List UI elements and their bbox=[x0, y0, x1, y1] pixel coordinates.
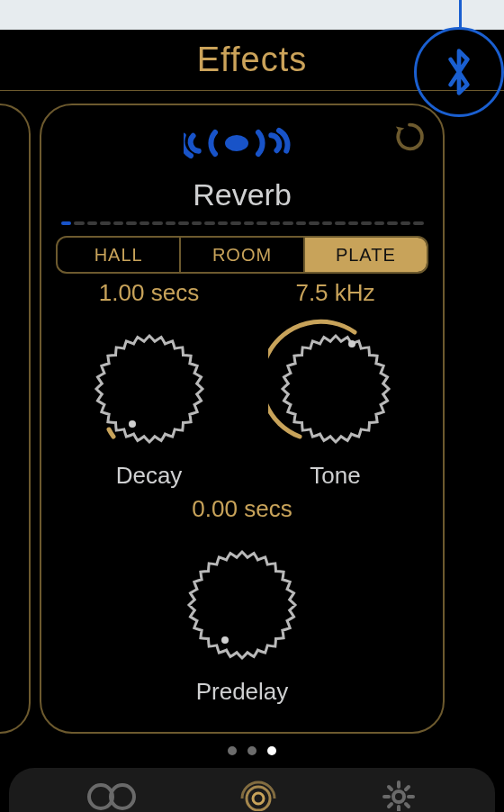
svg-line-13 bbox=[389, 787, 392, 789]
progress-dash bbox=[256, 221, 267, 225]
bluetooth-callout-line bbox=[459, 0, 462, 30]
page-dot[interactable] bbox=[248, 746, 256, 755]
svg-point-2 bbox=[348, 340, 356, 347]
reset-button[interactable] bbox=[392, 120, 427, 154]
prev-card-peek[interactable] bbox=[0, 104, 31, 734]
effect-amount-bar[interactable] bbox=[56, 221, 428, 225]
predelay-value: 0.00 secs bbox=[192, 495, 292, 523]
svg-point-3 bbox=[221, 636, 229, 644]
reverb-type-segmented[interactable]: HALLROOMPLATE bbox=[56, 236, 428, 274]
progress-dash bbox=[74, 221, 85, 225]
effect-card-reverb: Reverb HALLROOMPLATE 1.00 secs Decay bbox=[40, 104, 445, 734]
progress-dash bbox=[61, 221, 72, 225]
progress-dash bbox=[244, 221, 255, 225]
tone-label: Tone bbox=[310, 462, 360, 490]
svg-point-7 bbox=[247, 787, 270, 810]
tab-bar bbox=[9, 768, 495, 812]
progress-dash bbox=[100, 221, 111, 225]
progress-dash bbox=[204, 221, 215, 225]
progress-dash bbox=[87, 221, 98, 225]
progress-dash bbox=[413, 221, 424, 225]
decay-label: Decay bbox=[116, 462, 183, 490]
looper-tab[interactable] bbox=[85, 775, 139, 812]
progress-dash bbox=[218, 221, 229, 225]
progress-dash bbox=[270, 221, 281, 225]
page-title: Effects bbox=[197, 41, 307, 79]
progress-dash bbox=[283, 221, 293, 225]
svg-line-16 bbox=[389, 804, 392, 807]
reverb-type-room[interactable]: ROOM bbox=[181, 238, 304, 272]
header-bar: Effects bbox=[0, 30, 504, 91]
knob-row-bottom: 0.00 secs Predelay bbox=[56, 495, 428, 706]
reverb-type-hall[interactable]: HALL bbox=[58, 238, 181, 272]
decay-value: 1.00 secs bbox=[99, 279, 199, 307]
predelay-label: Predelay bbox=[196, 678, 289, 706]
decay-knob-block: 1.00 secs Decay bbox=[56, 279, 242, 490]
page-dot[interactable] bbox=[267, 746, 276, 755]
svg-line-15 bbox=[406, 787, 409, 789]
tone-knob[interactable] bbox=[268, 312, 403, 456]
bluetooth-icon bbox=[442, 47, 476, 97]
page-dot[interactable] bbox=[228, 746, 237, 755]
document-margin bbox=[0, 0, 504, 30]
progress-dash bbox=[387, 221, 398, 225]
progress-dash bbox=[322, 221, 333, 225]
progress-dash bbox=[230, 221, 241, 225]
progress-dash bbox=[140, 221, 150, 225]
progress-dash bbox=[166, 221, 176, 225]
page-dots[interactable] bbox=[0, 746, 504, 755]
predelay-knob[interactable] bbox=[175, 528, 310, 672]
progress-dash bbox=[309, 221, 320, 225]
progress-dash bbox=[335, 221, 346, 225]
effect-card-header bbox=[56, 120, 428, 168]
progress-dash bbox=[126, 221, 137, 225]
tone-value: 7.5 kHz bbox=[295, 279, 374, 307]
app-root: Effects bbox=[0, 30, 504, 812]
progress-dash bbox=[348, 221, 359, 225]
svg-point-8 bbox=[393, 791, 404, 802]
predelay-knob-block: 0.00 secs Predelay bbox=[149, 495, 336, 706]
progress-dash bbox=[192, 221, 202, 225]
svg-point-1 bbox=[129, 420, 136, 428]
progress-dash bbox=[113, 221, 124, 225]
effect-carousel[interactable]: Reverb HALLROOMPLATE 1.00 secs Decay bbox=[0, 91, 504, 739]
progress-dash bbox=[361, 221, 372, 225]
knob-row-top: 1.00 secs Decay 7.5 kHz bbox=[56, 279, 428, 490]
progress-dash bbox=[400, 221, 411, 225]
tone-knob-block: 7.5 kHz Tone bbox=[242, 279, 428, 490]
wave-icon bbox=[184, 118, 301, 168]
settings-tab[interactable] bbox=[378, 775, 419, 812]
svg-line-14 bbox=[406, 804, 409, 807]
effects-tab[interactable] bbox=[236, 775, 281, 812]
reverb-type-plate[interactable]: PLATE bbox=[305, 238, 427, 272]
progress-dash bbox=[152, 221, 163, 225]
svg-point-6 bbox=[253, 793, 264, 804]
progress-dash bbox=[296, 221, 307, 225]
progress-dash bbox=[374, 221, 385, 225]
progress-dash bbox=[178, 221, 189, 225]
decay-knob[interactable] bbox=[82, 312, 217, 456]
effect-name: Reverb bbox=[193, 177, 292, 212]
svg-point-0 bbox=[225, 135, 248, 151]
